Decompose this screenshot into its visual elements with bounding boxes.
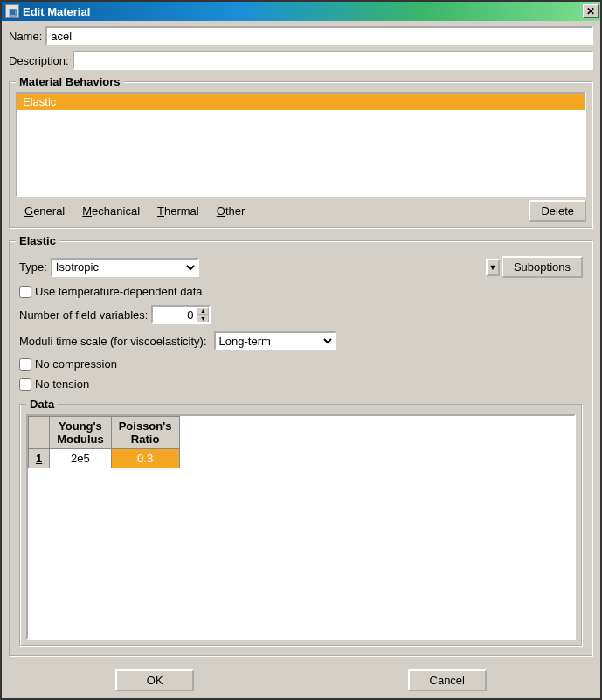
moduli-label: Moduli time scale (for viscoelasticity): (19, 335, 207, 348)
menu-general[interactable]: General (16, 201, 73, 221)
type-label: Type: (19, 260, 47, 274)
menu-mechanical-label: echanical (92, 204, 140, 218)
name-input[interactable] (45, 26, 593, 45)
no-tension-row[interactable]: No tension (19, 378, 583, 391)
no-tension-checkbox[interactable] (19, 378, 31, 391)
elastic-group: Elastic Type: Isotropic ▼ Suboptions Use… (9, 234, 593, 657)
window-title: Edit Material (23, 5, 583, 18)
behavior-item-elastic[interactable]: Elastic (17, 94, 585, 110)
description-row: Description: (9, 51, 593, 70)
temp-dependent-row[interactable]: Use temperature-dependent data (19, 285, 583, 298)
temp-dependent-checkbox[interactable] (19, 286, 31, 298)
suboptions-button[interactable]: Suboptions (502, 256, 583, 278)
menu-thermal[interactable]: Thermal (149, 201, 208, 221)
titlebar: ▣ Edit Material ✕ (2, 2, 600, 21)
temp-dependent-label: Use temperature-dependent data (35, 285, 203, 298)
menu-mechanical[interactable]: Mechanical (73, 201, 149, 221)
cell-poisson[interactable]: 0.3 (111, 449, 179, 468)
no-tension-label: No tension (35, 378, 89, 391)
col-header-poisson: Poisson'sRatio (111, 417, 179, 449)
app-icon: ▣ (5, 4, 19, 18)
field-vars-row: Number of field variables: ▲ ▼ (19, 305, 583, 324)
menu-other[interactable]: Other (208, 201, 254, 221)
description-input[interactable] (73, 51, 593, 70)
cancel-button[interactable]: Cancel (408, 669, 487, 691)
no-compression-row[interactable]: No compression (19, 357, 583, 371)
spinner-up-icon[interactable]: ▲ (197, 307, 209, 315)
suboptions-dropdown-icon[interactable]: ▼ (486, 259, 500, 276)
field-vars-input[interactable] (153, 307, 197, 322)
type-select[interactable]: Isotropic (51, 258, 199, 277)
field-vars-spinner[interactable]: ▲ ▼ (151, 305, 211, 324)
data-legend: Data (26, 398, 58, 411)
data-group: Data Young'sModulus Poisson' (19, 398, 583, 647)
row-header-blank (29, 417, 50, 449)
field-vars-label: Number of field variables: (19, 308, 148, 322)
behaviors-list[interactable]: Elastic (16, 92, 586, 197)
name-row: Name: (9, 26, 593, 45)
cell-youngs[interactable]: 2e5 (50, 449, 111, 468)
moduli-row: Moduli time scale (for viscoelasticity):… (19, 331, 583, 350)
moduli-select[interactable]: Long-term (214, 331, 336, 350)
behaviors-menubar: General Mechanical Thermal Other Delete (16, 200, 586, 222)
row-number: 1 (29, 449, 50, 468)
no-compression-label: No compression (35, 357, 117, 371)
elastic-legend: Elastic (16, 234, 59, 247)
dialog-content: Name: Description: Material Behaviors El… (2, 21, 600, 662)
col-header-youngs: Young'sModulus (50, 417, 111, 449)
delete-button[interactable]: Delete (529, 200, 586, 222)
edit-material-dialog: ▣ Edit Material ✕ Name: Description: Mat… (0, 0, 602, 700)
name-label: Name: (9, 30, 42, 43)
description-label: Description: (9, 54, 69, 67)
close-icon: ✕ (586, 5, 595, 17)
table-row[interactable]: 1 2e5 0.3 (29, 449, 180, 468)
dialog-footer: OK Cancel (2, 662, 600, 698)
menu-general-label: eneral (33, 204, 65, 218)
spinner-down-icon[interactable]: ▼ (197, 315, 209, 322)
material-behaviors-legend: Material Behaviors (16, 75, 124, 88)
no-compression-checkbox[interactable] (19, 358, 31, 371)
menu-thermal-label: hermal (164, 204, 199, 218)
material-behaviors-group: Material Behaviors Elastic General Mecha… (9, 75, 593, 229)
menu-other-label: ther (225, 204, 245, 218)
type-row: Type: Isotropic ▼ Suboptions (19, 256, 583, 278)
ok-button[interactable]: OK (115, 669, 194, 691)
data-table-wrap: Young'sModulus Poisson'sRatio 1 (26, 414, 576, 640)
close-button[interactable]: ✕ (583, 4, 599, 18)
data-table[interactable]: Young'sModulus Poisson'sRatio 1 (28, 416, 180, 468)
